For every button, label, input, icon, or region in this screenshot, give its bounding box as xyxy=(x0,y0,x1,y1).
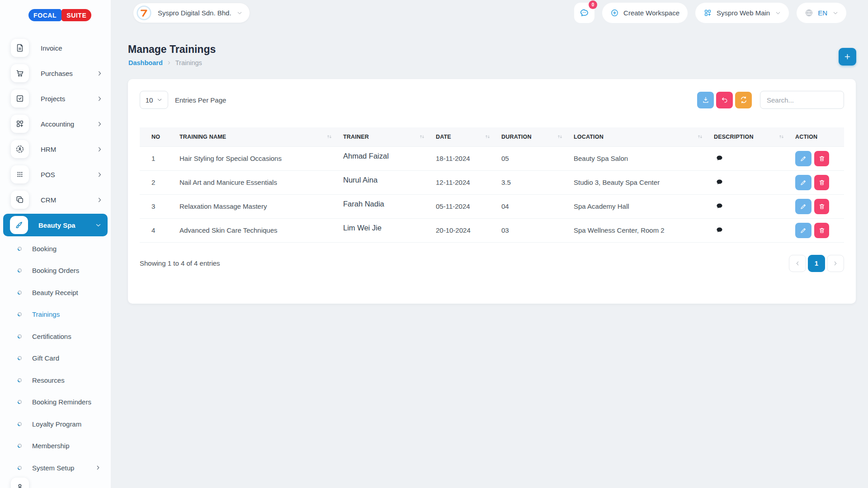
workspace-name: Syspro Digital Sdn. Bhd. xyxy=(158,9,231,17)
column-header-description[interactable]: DESCRIPTION xyxy=(708,127,790,146)
sidebar-item-partial[interactable] xyxy=(11,478,29,488)
sidebar-subitem-loyalty-program[interactable]: Loyalty Program xyxy=(0,413,111,435)
sidebar-subitem-membership[interactable]: Membership xyxy=(0,435,111,457)
edit-button[interactable] xyxy=(795,223,811,238)
chevron-right-icon xyxy=(97,96,103,102)
language-selector[interactable]: EN xyxy=(797,3,846,23)
pagination-page-1-button[interactable]: 1 xyxy=(808,255,825,272)
sidebar-item-beauty-spa[interactable]: Beauty Spa xyxy=(3,214,108,236)
chevron-right-icon xyxy=(833,261,838,266)
undo-button[interactable] xyxy=(716,92,733,108)
showing-entries-text: Showing 1 to 4 of 4 entries xyxy=(140,259,220,267)
refresh-icon xyxy=(740,96,748,104)
table-row: 3Relaxation Massage MasteryFarah Nadia05… xyxy=(140,194,844,218)
sidebar-subitem-label: Booking Orders xyxy=(32,267,79,274)
sidebar-subitem-certifications[interactable]: Certifications xyxy=(0,325,111,347)
sidebar-item-label: Invoice xyxy=(41,44,62,52)
column-header-location[interactable]: LOCATION xyxy=(568,127,708,146)
sidebar-item-accounting[interactable]: Accounting xyxy=(0,111,111,136)
sidebar-subitem-system-setup[interactable]: System Setup xyxy=(0,457,111,479)
app-switcher-label: Syspro Web Main xyxy=(717,9,770,17)
create-workspace-button[interactable]: Create Workspace xyxy=(602,3,688,23)
sidebar-subitem-resources[interactable]: Resources xyxy=(0,369,111,391)
trash-icon xyxy=(818,203,826,210)
bullet-icon xyxy=(17,399,22,404)
sidebar-item-invoice[interactable]: Invoice xyxy=(0,35,111,61)
cell-action xyxy=(790,218,844,242)
sidebar-item-projects[interactable]: Projects xyxy=(0,86,111,111)
add-training-button[interactable] xyxy=(839,48,856,66)
sidebar-subitem-beauty-receipt[interactable]: Beauty Receipt xyxy=(0,282,111,304)
column-label: DESCRIPTION xyxy=(714,134,754,140)
chevron-down-icon xyxy=(95,222,101,228)
comment-icon xyxy=(716,202,723,210)
cell-trainer: Nurul Aina xyxy=(338,170,430,194)
description-comment-button[interactable] xyxy=(716,202,723,210)
trash-icon xyxy=(818,179,826,186)
language-code: EN xyxy=(818,9,827,17)
column-header-duration[interactable]: DURATION xyxy=(496,127,568,146)
description-comment-button[interactable] xyxy=(716,226,723,234)
logo-primary: FOCAL xyxy=(28,9,61,21)
cell-description xyxy=(708,146,790,170)
delete-button[interactable] xyxy=(814,223,829,238)
edit-button[interactable] xyxy=(795,199,811,214)
description-comment-button[interactable] xyxy=(716,178,723,186)
sidebar-item-hrm[interactable]: HRM xyxy=(0,136,111,162)
sidebar-subitem-booking-reminders[interactable]: Booking Reminders xyxy=(0,391,111,413)
sidebar-item-label: Projects xyxy=(41,95,65,103)
description-comment-button[interactable] xyxy=(716,155,723,162)
entries-per-page-label: Entries Per Page xyxy=(175,96,226,104)
sidebar-item-pos[interactable]: POS xyxy=(0,162,111,187)
edit-button[interactable] xyxy=(795,151,811,166)
sidebar-subitem-booking[interactable]: Booking xyxy=(0,238,111,260)
breadcrumb-dashboard-link[interactable]: Dashboard xyxy=(128,59,163,66)
sidebar-item-purchases[interactable]: Purchases xyxy=(0,61,111,86)
cell-description xyxy=(708,170,790,194)
refresh-button[interactable] xyxy=(735,92,752,108)
cell-no: 1 xyxy=(140,146,174,170)
sidebar-subitem-gift-card[interactable]: Gift Card xyxy=(0,347,111,370)
chevron-right-icon xyxy=(167,61,171,65)
column-header-training-name[interactable]: TRAINING NAME xyxy=(174,127,338,146)
sidebar-subitem-booking-orders[interactable]: Booking Orders xyxy=(0,260,111,282)
comment-icon xyxy=(716,155,723,162)
download-icon xyxy=(702,96,710,104)
delete-button[interactable] xyxy=(814,199,829,214)
pagination-next-button[interactable] xyxy=(827,255,844,272)
column-header-date[interactable]: DATE xyxy=(430,127,496,146)
cell-training-name: Nail Art and Manicure Essentials xyxy=(174,170,338,194)
delete-button[interactable] xyxy=(814,151,829,166)
edit-button[interactable] xyxy=(795,175,811,190)
cell-date: 05-11-2024 xyxy=(430,194,496,218)
cell-location: Studio 3, Beauty Spa Center xyxy=(568,170,708,194)
table-row: 1Hair Styling for Special OccasionsAhmad… xyxy=(140,146,844,170)
trash-icon xyxy=(818,155,826,162)
cell-duration: 04 xyxy=(496,194,568,218)
app-switcher[interactable]: Syspro Web Main xyxy=(695,3,789,23)
sidebar-item-crm[interactable]: CRM xyxy=(0,187,111,212)
bullet-icon xyxy=(17,443,22,448)
chevron-down-icon xyxy=(237,10,242,16)
workspace-selector[interactable]: Syspro Digital Sdn. Bhd. xyxy=(133,3,250,23)
topbar: Syspro Digital Sdn. Bhd. 0 Create Worksp… xyxy=(111,0,868,26)
trainings-card: 10 Entries Per Page NOTRAINING NAMETRAIN… xyxy=(128,79,856,304)
sidebar-subitem-trainings[interactable]: Trainings xyxy=(0,304,111,326)
focal-suite-logo[interactable]: FOCAL SUITE xyxy=(28,9,91,21)
sidebar: FOCAL SUITE InvoicePurchasesProjectsAcco… xyxy=(0,0,111,488)
cell-duration: 03 xyxy=(496,218,568,242)
sidebar-subitem-label: Beauty Receipt xyxy=(32,289,78,296)
cell-action xyxy=(790,194,844,218)
pagination: 1 xyxy=(789,255,844,272)
delete-button[interactable] xyxy=(814,175,829,190)
bullet-icon xyxy=(17,312,22,317)
export-download-button[interactable] xyxy=(697,92,714,108)
logo-secondary: SUITE xyxy=(61,9,91,21)
search-input[interactable] xyxy=(760,91,844,109)
messages-button[interactable]: 0 xyxy=(574,3,594,23)
sidebar-subitem-label: Certifications xyxy=(32,333,71,340)
pagination-prev-button[interactable] xyxy=(789,255,806,272)
column-header-trainer[interactable]: TRAINER xyxy=(338,127,430,146)
bullet-icon xyxy=(17,334,22,339)
entries-per-page-select[interactable]: 10 xyxy=(140,91,168,109)
